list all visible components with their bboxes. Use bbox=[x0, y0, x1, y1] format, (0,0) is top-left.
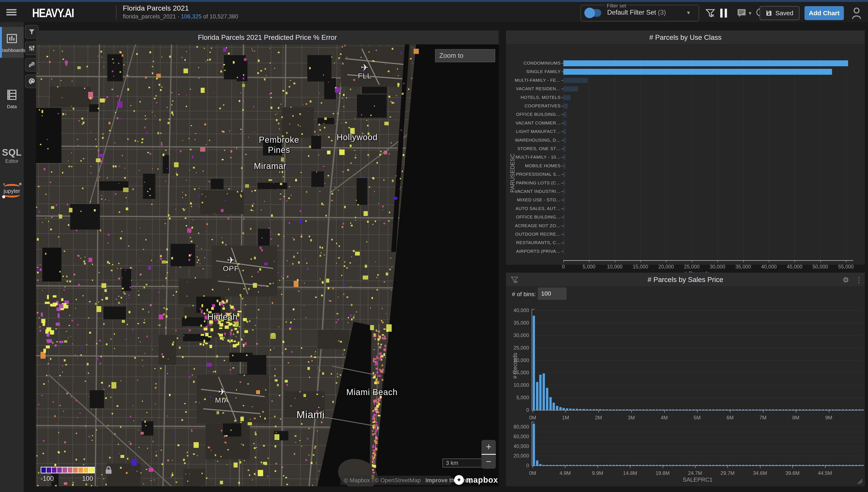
bar[interactable] bbox=[563, 146, 566, 151]
zoom-out-button[interactable]: − bbox=[481, 455, 496, 469]
mapbox-logo[interactable]: ✦ mapbox bbox=[454, 475, 498, 485]
histogram-bar[interactable] bbox=[825, 465, 827, 466]
histogram-bar[interactable] bbox=[859, 465, 861, 466]
panel-resize-handle[interactable] bbox=[857, 478, 864, 485]
histogram-bar[interactable] bbox=[845, 465, 847, 466]
histogram-bar[interactable] bbox=[848, 465, 851, 466]
histogram-bar[interactable] bbox=[789, 465, 791, 466]
lock-icon[interactable] bbox=[105, 466, 113, 474]
bar[interactable] bbox=[563, 103, 568, 108]
bar[interactable] bbox=[563, 60, 848, 66]
histogram-bar[interactable] bbox=[556, 465, 558, 466]
histogram-bar[interactable] bbox=[798, 465, 801, 466]
bar[interactable] bbox=[563, 112, 566, 117]
histogram-bar[interactable] bbox=[639, 465, 641, 466]
histogram-bar[interactable] bbox=[609, 465, 612, 466]
histogram-bar[interactable] bbox=[832, 465, 834, 466]
histogram-bar[interactable] bbox=[682, 465, 685, 466]
legend-swatch[interactable] bbox=[89, 467, 94, 473]
legend-swatch[interactable] bbox=[84, 467, 89, 473]
histogram-bar[interactable] bbox=[579, 465, 581, 466]
hamburger-menu-icon[interactable] bbox=[6, 8, 17, 17]
legend-color-ramp[interactable] bbox=[41, 467, 95, 473]
histogram-bar[interactable] bbox=[779, 465, 781, 466]
histogram-bar[interactable] bbox=[692, 465, 695, 466]
histogram-bar[interactable] bbox=[705, 465, 708, 466]
histogram-bar[interactable] bbox=[589, 465, 592, 466]
histogram-bar[interactable] bbox=[719, 465, 721, 466]
sidebar-item-sql-editor[interactable]: SQL Editor bbox=[0, 142, 24, 169]
histogram-bar[interactable] bbox=[812, 465, 814, 466]
histogram-bar[interactable] bbox=[629, 465, 631, 466]
bar[interactable] bbox=[563, 95, 571, 100]
legend-swatch[interactable] bbox=[68, 467, 73, 473]
histogram-bar[interactable] bbox=[686, 465, 688, 466]
saved-button[interactable]: Saved bbox=[760, 6, 799, 20]
histogram-bar[interactable] bbox=[732, 465, 735, 466]
sidebar-item-jupyter[interactable]: jupyter bbox=[0, 177, 24, 203]
histogram-bar[interactable] bbox=[546, 465, 548, 466]
comment-icon[interactable] bbox=[736, 8, 747, 19]
histogram-bar[interactable] bbox=[805, 465, 808, 466]
histogram-bar[interactable] bbox=[572, 465, 575, 466]
histogram-bar[interactable] bbox=[679, 465, 681, 466]
histogram-bar[interactable] bbox=[742, 465, 744, 466]
histogram-bar[interactable] bbox=[532, 424, 535, 466]
histogram-bar[interactable] bbox=[646, 465, 648, 466]
map-canvas[interactable] bbox=[36, 45, 499, 486]
histogram-bar[interactable] bbox=[543, 465, 545, 466]
histogram-bar[interactable] bbox=[642, 465, 645, 466]
histogram-bar[interactable] bbox=[649, 465, 651, 466]
bar[interactable] bbox=[563, 249, 564, 254]
histogram-bar[interactable] bbox=[762, 465, 764, 466]
histogram-bar[interactable] bbox=[675, 465, 678, 466]
histogram-bar[interactable] bbox=[699, 465, 701, 466]
histogram-bar[interactable] bbox=[862, 465, 864, 466]
histogram-bar[interactable] bbox=[818, 465, 821, 466]
histogram-bar[interactable] bbox=[695, 465, 698, 466]
histogram-bar[interactable] bbox=[822, 465, 824, 466]
clear-filters-icon[interactable] bbox=[705, 8, 716, 19]
histogram-bar[interactable] bbox=[712, 465, 715, 466]
histogram-bar[interactable] bbox=[842, 465, 844, 466]
histogram-bar[interactable] bbox=[716, 465, 718, 466]
histogram-bar[interactable] bbox=[559, 465, 562, 466]
histogram-bar[interactable] bbox=[576, 465, 578, 466]
zoom-in-button[interactable]: + bbox=[481, 440, 496, 454]
histogram-bar[interactable] bbox=[569, 465, 572, 466]
attribution-mapbox[interactable]: © Mapbox bbox=[344, 477, 370, 484]
histogram-bar[interactable] bbox=[775, 465, 777, 466]
histogram-bar[interactable] bbox=[626, 465, 628, 466]
legend-swatch[interactable] bbox=[63, 467, 68, 473]
bar[interactable] bbox=[563, 240, 564, 245]
histogram-bar[interactable] bbox=[622, 465, 625, 466]
bar[interactable] bbox=[563, 215, 565, 220]
histogram-bar[interactable] bbox=[745, 465, 748, 466]
histogram-bar[interactable] bbox=[702, 465, 704, 466]
histogram-bar[interactable] bbox=[613, 465, 615, 466]
bar[interactable] bbox=[563, 164, 566, 169]
histogram-bar[interactable] bbox=[606, 465, 608, 466]
bar[interactable] bbox=[563, 198, 565, 203]
sidebar-item-data[interactable]: Data bbox=[0, 83, 24, 114]
histogram-bar[interactable] bbox=[759, 465, 761, 466]
histogram-bar[interactable] bbox=[666, 465, 668, 466]
zoom-to-dropdown[interactable]: Zoom to bbox=[435, 49, 495, 62]
histogram-bar[interactable] bbox=[582, 465, 585, 466]
histogram-bar[interactable] bbox=[852, 465, 854, 466]
histogram-bar[interactable] bbox=[656, 465, 658, 466]
bar[interactable] bbox=[563, 138, 566, 143]
histogram-bar[interactable] bbox=[855, 465, 858, 466]
histogram-bar[interactable] bbox=[662, 465, 665, 466]
legend-swatch[interactable] bbox=[78, 467, 84, 473]
histogram-bar[interactable] bbox=[652, 465, 654, 466]
legend-swatch[interactable] bbox=[57, 467, 63, 473]
histogram-bar[interactable] bbox=[539, 464, 542, 466]
bar[interactable] bbox=[563, 155, 566, 160]
add-chart-button[interactable]: Add Chart bbox=[804, 6, 844, 20]
histogram-bar[interactable] bbox=[586, 465, 588, 466]
histogram-bar[interactable] bbox=[619, 465, 621, 466]
histogram-bar[interactable] bbox=[659, 465, 661, 466]
histogram-bar[interactable] bbox=[616, 465, 618, 466]
caret-down-icon[interactable]: ▾ bbox=[747, 8, 753, 19]
